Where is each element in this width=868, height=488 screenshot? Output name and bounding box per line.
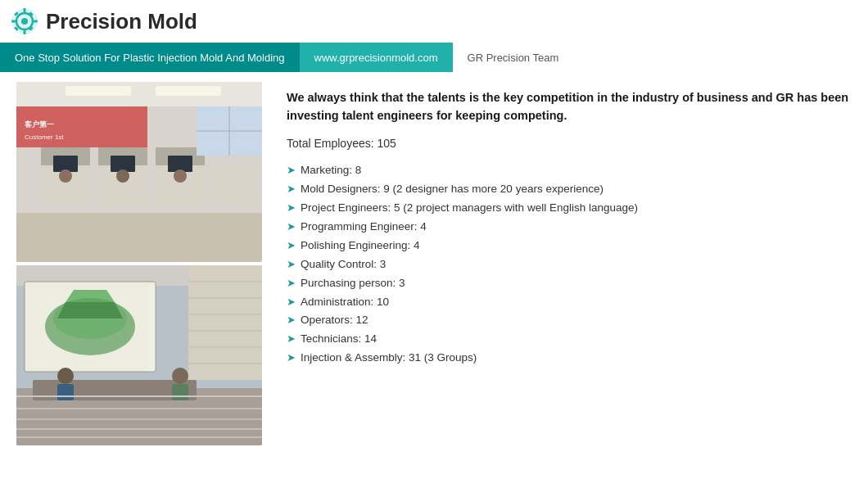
- svg-point-2: [21, 18, 28, 25]
- svg-marker-48: [66, 290, 115, 302]
- arrow-icon: ➤: [287, 180, 296, 198]
- meeting-photo: [16, 265, 262, 445]
- svg-rect-37: [188, 265, 262, 380]
- arrow-icon: ➤: [287, 349, 296, 367]
- svg-rect-15: [16, 213, 262, 262]
- svg-rect-6: [34, 20, 38, 23]
- svg-rect-3: [24, 8, 26, 12]
- svg-rect-4: [24, 30, 26, 34]
- header: Precision Mold: [0, 0, 868, 43]
- arrow-icon: ➤: [287, 199, 296, 217]
- team-list-item: ➤Administration: 10: [287, 293, 852, 312]
- office-photo: 客户第一 Customer 1st: [16, 82, 262, 262]
- team-item-text: Mold Designers: 9 (2 designer has more 2…: [301, 180, 604, 199]
- team-list-item: ➤Polishing Engineering: 4: [287, 237, 852, 255]
- team-list-item: ➤Mold Designers: 9 (2 designer has more …: [287, 180, 852, 199]
- team-list: ➤Marketing: 8➤Mold Designers: 9 (2 desig…: [287, 161, 852, 368]
- arrow-icon: ➤: [287, 274, 296, 292]
- team-item-text: Programming Engineer: 4: [301, 218, 427, 237]
- svg-text:Customer 1st: Customer 1st: [25, 133, 64, 141]
- total-employees: Total Employees: 105: [287, 137, 852, 150]
- svg-rect-14: [156, 86, 221, 96]
- team-list-item: ➤Injection & Assembly: 31 (3 Groups): [287, 349, 852, 368]
- intro-paragraph: We always think that the talents is the …: [287, 88, 852, 125]
- team-item-text: Polishing Engineering: 4: [301, 237, 420, 255]
- arrow-icon: ➤: [287, 311, 296, 329]
- main-content: 客户第一 Customer 1st: [0, 72, 868, 488]
- team-item-text: Quality Control: 3: [301, 255, 386, 274]
- svg-point-26: [59, 169, 72, 183]
- team-item-text: Project Engineers: 5 (2 project managers…: [301, 199, 638, 218]
- nav-team: GR Precision Team: [453, 43, 574, 72]
- team-item-text: Injection & Assembly: 31 (3 Groups): [301, 349, 477, 368]
- team-list-item: ➤Quality Control: 3: [287, 255, 852, 274]
- team-item-text: Marketing: 8: [301, 161, 361, 180]
- svg-point-27: [116, 169, 129, 183]
- nav-tagline: One Stop Solution For Plastic Injection …: [0, 43, 300, 72]
- svg-text:客户第一: 客户第一: [25, 120, 54, 129]
- team-list-item: ➤Programming Engineer: 4: [287, 218, 852, 237]
- team-list-item: ➤Technicians: 14: [287, 330, 852, 349]
- team-list-item: ➤Marketing: 8: [287, 161, 852, 180]
- team-list-item: ➤Purchasing person: 3: [287, 274, 852, 293]
- arrow-icon: ➤: [287, 218, 296, 236]
- svg-marker-55: [147, 282, 156, 372]
- images-column: 客户第一 Customer 1st: [16, 82, 262, 478]
- svg-rect-54: [172, 384, 188, 400]
- svg-rect-13: [66, 86, 131, 96]
- team-item-text: Operators: 12: [301, 311, 368, 330]
- arrow-icon: ➤: [287, 161, 296, 179]
- navbar: One Stop Solution For Plastic Injection …: [0, 43, 868, 72]
- team-item-text: Administration: 10: [301, 293, 389, 312]
- svg-marker-47: [57, 302, 123, 319]
- team-list-item: ➤Project Engineers: 5 (2 project manager…: [287, 199, 852, 218]
- team-item-text: Technicians: 14: [301, 330, 377, 349]
- logo-text: Precision Mold: [46, 9, 197, 34]
- svg-rect-19: [213, 164, 254, 205]
- logo-icon: [10, 7, 39, 36]
- team-list-item: ➤Operators: 12: [287, 311, 852, 330]
- svg-rect-52: [57, 384, 74, 400]
- svg-point-53: [172, 368, 188, 384]
- nav-url[interactable]: www.grprecisionmold.com: [300, 43, 453, 72]
- arrow-icon: ➤: [287, 293, 296, 311]
- arrow-icon: ➤: [287, 237, 296, 255]
- team-item-text: Purchasing person: 3: [301, 274, 405, 293]
- svg-point-51: [57, 368, 74, 384]
- text-column: We always think that the talents is the …: [287, 82, 852, 478]
- svg-rect-5: [11, 20, 16, 23]
- arrow-icon: ➤: [287, 255, 296, 273]
- svg-rect-12: [16, 82, 262, 106]
- arrow-icon: ➤: [287, 330, 296, 348]
- svg-point-28: [174, 169, 187, 183]
